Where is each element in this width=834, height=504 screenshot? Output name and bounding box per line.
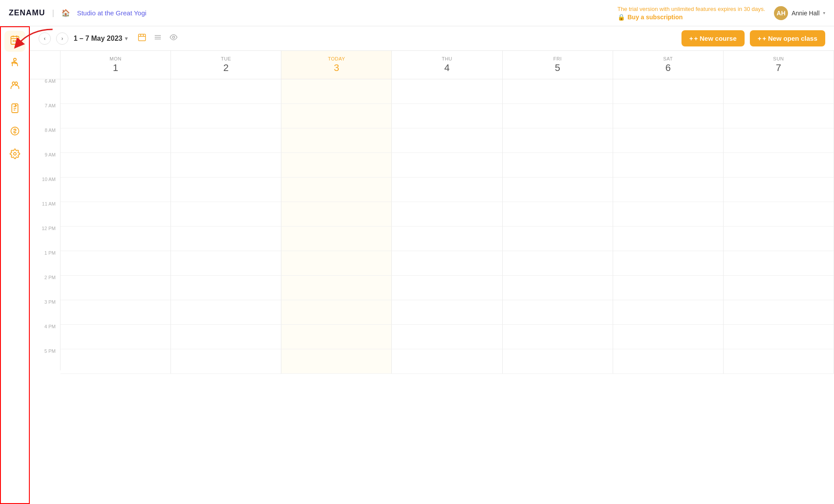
- new-course-button[interactable]: + + New course: [681, 30, 745, 46]
- cal-cell[interactable]: [503, 128, 613, 153]
- cal-cell[interactable]: [613, 349, 724, 374]
- cal-cell[interactable]: [613, 177, 724, 202]
- cal-cell[interactable]: [724, 227, 834, 251]
- cal-cell[interactable]: [171, 153, 281, 177]
- prev-week-button[interactable]: ‹: [39, 32, 51, 45]
- cal-cell[interactable]: [613, 202, 724, 227]
- user-menu[interactable]: AH Annie Hall ▾: [774, 6, 825, 20]
- list-view-icon[interactable]: [152, 32, 163, 45]
- cal-cell[interactable]: [724, 104, 834, 128]
- cal-cell[interactable]: [724, 276, 834, 300]
- cal-cell[interactable]: [724, 202, 834, 227]
- sidebar-item-members[interactable]: [4, 76, 25, 97]
- cal-cell[interactable]: [724, 349, 834, 374]
- cal-cell[interactable]: [281, 177, 392, 202]
- cal-cell[interactable]: [171, 104, 281, 128]
- cal-cell[interactable]: [613, 153, 724, 177]
- cal-cell[interactable]: [171, 300, 281, 325]
- cal-cell[interactable]: [392, 300, 502, 325]
- cal-cell[interactable]: [281, 325, 392, 349]
- cal-cell[interactable]: [613, 325, 724, 349]
- cal-cell[interactable]: [281, 153, 392, 177]
- calendar-view-icon[interactable]: [136, 32, 148, 45]
- cal-cell[interactable]: [392, 251, 502, 276]
- cal-cell[interactable]: [60, 202, 171, 227]
- cal-cell[interactable]: [392, 276, 502, 300]
- cal-cell[interactable]: [503, 177, 613, 202]
- cal-cell[interactable]: [613, 128, 724, 153]
- cal-cell[interactable]: [171, 251, 281, 276]
- cal-cell[interactable]: [60, 300, 171, 325]
- cal-cell[interactable]: [281, 104, 392, 128]
- cal-cell[interactable]: [171, 79, 281, 104]
- cal-cell[interactable]: [613, 79, 724, 104]
- cal-cell[interactable]: [613, 300, 724, 325]
- cal-cell[interactable]: [392, 153, 502, 177]
- sidebar-item-billing[interactable]: [4, 122, 25, 143]
- sidebar-item-settings[interactable]: [4, 145, 25, 166]
- cal-cell[interactable]: [281, 300, 392, 325]
- cal-cell[interactable]: [60, 227, 171, 251]
- cal-cell[interactable]: [392, 202, 502, 227]
- cal-cell[interactable]: [503, 300, 613, 325]
- cal-cell[interactable]: [171, 177, 281, 202]
- cal-cell[interactable]: [60, 276, 171, 300]
- cal-cell[interactable]: [724, 153, 834, 177]
- cal-cell[interactable]: [613, 227, 724, 251]
- cal-cell[interactable]: [503, 202, 613, 227]
- next-week-button[interactable]: ›: [56, 32, 68, 45]
- cal-cell[interactable]: [60, 104, 171, 128]
- sidebar-item-reports[interactable]: [4, 99, 25, 120]
- sidebar-item-calendar[interactable]: [4, 31, 25, 52]
- cal-cell[interactable]: [171, 325, 281, 349]
- cal-cell[interactable]: [503, 227, 613, 251]
- cal-cell[interactable]: [60, 153, 171, 177]
- cal-cell[interactable]: [60, 325, 171, 349]
- cal-cell[interactable]: [503, 153, 613, 177]
- cal-cell[interactable]: [613, 276, 724, 300]
- cal-cell[interactable]: [392, 128, 502, 153]
- cal-cell[interactable]: [281, 128, 392, 153]
- home-icon[interactable]: 🏠: [61, 9, 70, 17]
- cal-cell[interactable]: [392, 325, 502, 349]
- cal-cell[interactable]: [724, 79, 834, 104]
- cal-cell[interactable]: [281, 349, 392, 374]
- cal-cell[interactable]: [60, 79, 171, 104]
- cal-cell[interactable]: [392, 349, 502, 374]
- cal-cell[interactable]: [503, 276, 613, 300]
- buy-subscription-link[interactable]: 🔒 Buy a subscription: [618, 14, 765, 21]
- cal-cell[interactable]: [724, 325, 834, 349]
- cal-cell[interactable]: [281, 251, 392, 276]
- cal-cell[interactable]: [613, 104, 724, 128]
- cal-cell[interactable]: [724, 251, 834, 276]
- cal-cell[interactable]: [392, 227, 502, 251]
- cal-cell[interactable]: [392, 79, 502, 104]
- cal-cell[interactable]: [60, 177, 171, 202]
- cal-cell[interactable]: [503, 349, 613, 374]
- cal-cell[interactable]: [724, 128, 834, 153]
- cal-cell[interactable]: [171, 276, 281, 300]
- cal-cell[interactable]: [724, 300, 834, 325]
- cal-cell[interactable]: [171, 349, 281, 374]
- date-range-selector[interactable]: 1 – 7 May 2023 ▾: [74, 35, 128, 43]
- cal-cell[interactable]: [392, 177, 502, 202]
- cal-cell[interactable]: [503, 104, 613, 128]
- sidebar-item-classes[interactable]: [4, 53, 25, 75]
- eye-view-icon[interactable]: [168, 32, 179, 45]
- cal-cell[interactable]: [60, 251, 171, 276]
- cal-cell[interactable]: [613, 251, 724, 276]
- cal-cell[interactable]: [503, 325, 613, 349]
- cal-cell[interactable]: [724, 177, 834, 202]
- cal-cell[interactable]: [503, 79, 613, 104]
- cal-cell[interactable]: [281, 276, 392, 300]
- cal-cell[interactable]: [281, 202, 392, 227]
- cal-cell[interactable]: [392, 104, 502, 128]
- cal-cell[interactable]: [171, 202, 281, 227]
- new-open-class-button[interactable]: + + New open class: [750, 30, 825, 46]
- cal-cell[interactable]: [281, 227, 392, 251]
- cal-cell[interactable]: [503, 251, 613, 276]
- cal-cell[interactable]: [60, 349, 171, 374]
- cal-cell[interactable]: [171, 128, 281, 153]
- cal-cell[interactable]: [281, 79, 392, 104]
- cal-cell[interactable]: [171, 227, 281, 251]
